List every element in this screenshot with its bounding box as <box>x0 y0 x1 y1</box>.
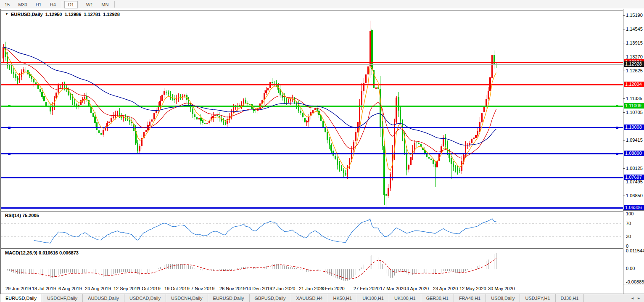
date-label: 12 Sep 2019 <box>113 286 140 291</box>
price-tick-label: 1.11335 <box>626 96 642 101</box>
rsi-axis-label: 100 <box>626 211 633 216</box>
price-badge-1.07697: 1.07697 <box>624 175 644 180</box>
price-tickmark <box>623 71 625 71</box>
rsi-label: RSI(14) 75.2005 <box>5 213 39 218</box>
expand-triangle-icon[interactable]: ▼ <box>5 12 8 16</box>
date-label: 2 Jan 2020 <box>272 286 295 291</box>
line-handle[interactable] <box>616 153 618 155</box>
rsi-indicator-pane[interactable]: RSI(14) 75.2005 <box>1 211 623 249</box>
symbol-tab-hk50-h1[interactable]: HK50,H1 <box>328 294 358 302</box>
date-label: 8 Feb 2020 <box>321 286 345 291</box>
symbol-tab-usoil-daily[interactable]: USOil,Daily <box>486 294 520 302</box>
timeframe-button-h4[interactable]: H4 <box>46 1 60 8</box>
symbol-tab-uk100-h1[interactable]: UK100,H1 <box>389 294 421 302</box>
date-axis[interactable]: 29 Jun 201918 Jul 20196 Aug 201924 Aug 2… <box>1 284 623 294</box>
macd-axis-label: 0.011544 <box>626 248 644 253</box>
date-label: 19 Oct 2019 <box>164 286 190 291</box>
timeframe-toolbar: 15M30H1H4D1W1MN <box>0 0 644 9</box>
date-label: 7 Nov 2019 <box>191 286 214 291</box>
date-label: 14 Dec 2019 <box>246 286 272 291</box>
date-label: 26 Nov 2019 <box>219 286 245 291</box>
symbol-tab-eurusd-daily[interactable]: EURUSD,Daily <box>208 294 250 302</box>
tabs-scroll-left-icon[interactable]: ◂ <box>631 296 633 300</box>
date-label: 23 Apr 2020 <box>433 286 458 291</box>
price-tickmark <box>623 168 625 169</box>
date-label: 29 Jun 2019 <box>5 286 31 291</box>
symbol-tab-audusd-daily[interactable]: AUDUSD,Daily <box>83 294 124 302</box>
symbol-tab-eurusd-daily[interactable]: EURUSD,Daily <box>0 294 42 302</box>
price-tickmark <box>623 98 625 99</box>
symbol-tab-gbpusd-daily[interactable]: GBPUSD,Daily <box>250 294 291 302</box>
timeframe-button-mn[interactable]: MN <box>98 1 112 8</box>
price-badge-1.08800: 1.08800 <box>624 151 644 156</box>
date-label: 1 Oct 2019 <box>138 286 161 291</box>
symbol-tab-xauusd-h4[interactable]: XAUUSD,H4 <box>291 294 328 302</box>
macd-indicator-pane[interactable]: MACD(12,26,9) 0.010616 0.006873 <box>1 249 623 285</box>
line-handle[interactable] <box>8 127 11 129</box>
timeframe-button-w1[interactable]: W1 <box>82 1 97 8</box>
price-chart-pane[interactable]: ▼ EURUSD,Daily 1.12950 1.12986 1.12781 1… <box>1 10 623 211</box>
toolbar-separator <box>114 1 115 8</box>
candlesticks <box>3 21 497 207</box>
rsi-axis-label: 70 <box>626 221 631 226</box>
date-label: 30 May 2020 <box>488 286 515 291</box>
ohlc-close-value: 1.12928 <box>103 12 120 17</box>
price-tick-label: 1.06850 <box>626 193 643 198</box>
date-label: 18 Jul 2019 <box>32 286 56 291</box>
price-tickmark <box>623 196 625 196</box>
toolbar-separator <box>80 1 80 8</box>
date-label: 21 Jan 2020 <box>299 286 325 291</box>
line-handle[interactable] <box>616 127 618 129</box>
ohlc-low-value: 1.12781 <box>84 12 100 17</box>
date-label: 4 Apr 2020 <box>406 286 429 291</box>
symbol-tab-fra40-h1[interactable]: FRA40,H1 <box>454 294 486 302</box>
ohlc-high-value: 1.12986 <box>64 12 81 17</box>
price-tick-label: 1.13915 <box>626 40 643 45</box>
chart-title: ▼ EURUSD,Daily 1.12950 1.12986 1.12781 1… <box>5 12 120 17</box>
price-tick-label: 1.13270 <box>626 54 643 59</box>
date-label: 17 Mar 2020 <box>380 286 406 291</box>
timeframe-button-m30[interactable]: M30 <box>14 1 31 8</box>
line-handle[interactable] <box>8 153 11 155</box>
symbol-tab-usdjpy-h1[interactable]: USDJPY,H1 <box>520 294 555 302</box>
macd-label: MACD(12,26,9) 0.010616 0.006873 <box>5 250 79 255</box>
symbol-tab-dj30-h1[interactable]: DJ30,H1 <box>556 294 584 302</box>
moving-average-5 <box>3 47 496 170</box>
macd-histogram <box>3 253 496 281</box>
line-handle[interactable] <box>616 105 618 107</box>
mt4-application: 15M30H1H4D1W1MN ▼ EURUSD,Daily 1.12950 1… <box>0 0 644 302</box>
price-tickmark <box>623 15 625 16</box>
timeframe-button-h1[interactable]: H1 <box>32 1 45 8</box>
timeframe-button-d1[interactable]: D1 <box>64 1 78 8</box>
symbol-tabbar: EURUSD,DailyUSDCHF,DailyAUDUSD,DailyUSDC… <box>0 294 644 302</box>
date-label: 6 Aug 2019 <box>58 286 82 291</box>
price-badge-1.06306: 1.06306 <box>624 205 644 210</box>
toolbar-separator <box>62 1 62 8</box>
price-tick-label: 1.10705 <box>626 110 643 115</box>
macd-axis-label: -0.008858 <box>626 279 644 284</box>
price-badge-1.12004: 1.12004 <box>624 82 644 87</box>
price-tick-label: 1.08125 <box>626 166 643 171</box>
tabs-scroll-right-icon[interactable]: ▸ <box>638 296 640 300</box>
price-tickmark <box>623 182 625 182</box>
price-badge-1.12928: 1.12928 <box>624 61 644 67</box>
price-tick-label: 1.09415 <box>626 138 643 143</box>
symbol-tab-usdcad-daily[interactable]: USDCAD,Daily <box>124 294 166 302</box>
price-tickmark <box>623 29 625 29</box>
price-tick-label: 1.14545 <box>626 26 643 32</box>
symbol-tab-uk100-h1[interactable]: UK100,H1 <box>357 294 389 302</box>
rsi-line <box>34 219 496 243</box>
symbol-tab-usdchf-daily[interactable]: USDCHF,Daily <box>42 294 83 302</box>
symbol-tab-ger30-h1[interactable]: GER30,H1 <box>421 294 454 302</box>
symbol-tab-usdcnh-daily[interactable]: USDCNH,Daily <box>166 294 208 302</box>
ohlc-open-value: 1.12950 <box>45 12 62 17</box>
chart-symbol-label: EURUSD,Daily <box>11 12 43 17</box>
line-handle[interactable] <box>8 105 11 107</box>
price-tickmark <box>623 43 625 43</box>
date-label: 12 May 2020 <box>459 286 486 291</box>
price-axis[interactable]: 1.151901.145451.139151.132701.126251.113… <box>623 9 644 294</box>
price-badge-1.10008: 1.10008 <box>624 125 644 130</box>
date-label: 24 Aug 2019 <box>85 286 111 291</box>
chart-window[interactable]: ▼ EURUSD,Daily 1.12950 1.12986 1.12781 1… <box>0 9 644 294</box>
timeframe-button-15[interactable]: 15 <box>1 1 13 8</box>
